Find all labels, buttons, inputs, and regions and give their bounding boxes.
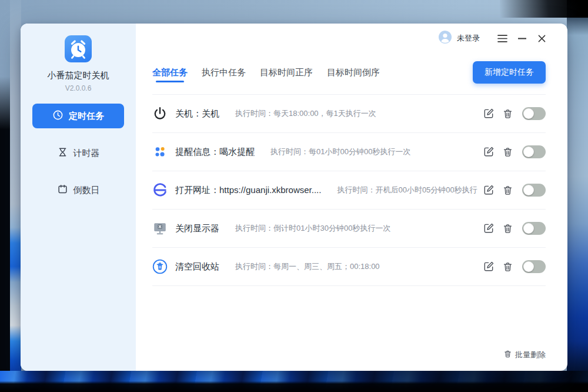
edit-icon[interactable] — [483, 222, 495, 234]
edit-icon[interactable] — [483, 146, 495, 158]
toggle-knob — [523, 147, 534, 157]
task-title: 关闭显示器 — [175, 223, 219, 234]
task-enabled-toggle[interactable] — [522, 107, 546, 120]
delete-icon[interactable] — [502, 185, 513, 196]
toggle-knob — [523, 108, 534, 119]
wallpaper-left-shadow — [0, 77, 10, 385]
task-row-empty-recycle-bin: 清空回收站 执行时间：每周一、周三、周五；00:18:00 — [152, 248, 546, 286]
sidebar-menu: 定时任务 计时器 倒数日 — [21, 104, 136, 202]
wallpaper-top-right-shadow — [500, 0, 588, 18]
tab-target-time-asc[interactable]: 目标时间正序 — [260, 61, 313, 84]
delete-icon[interactable] — [502, 261, 513, 273]
tab-all-tasks[interactable]: 全部任务 — [152, 61, 188, 84]
row-controls — [483, 260, 546, 273]
login-status[interactable]: 未登录 — [457, 33, 480, 44]
tab-target-time-desc[interactable]: 目标时间倒序 — [327, 61, 380, 84]
sidebar-item-label: 定时任务 — [69, 111, 104, 122]
sidebar-item-label: 计时器 — [74, 148, 100, 159]
sidebar-item-countdown-days[interactable]: 倒数日 — [32, 178, 124, 202]
row-controls — [483, 107, 546, 120]
toggle-knob — [523, 223, 534, 234]
task-title: 清空回收站 — [175, 261, 219, 273]
app-title: 小番茄定时关机 — [21, 69, 136, 81]
row-controls — [483, 145, 546, 158]
desktop: 小番茄定时关机 V2.0.0.6 定时任务 — [0, 0, 588, 392]
task-row-reminder: 提醒信息：喝水提醒 执行时间：每01小时00分钟00秒执行一次 — [152, 133, 546, 171]
tab-running-tasks[interactable]: 执行中任务 — [202, 61, 246, 84]
toolbar: 全部任务 执行中任务 目标时间正序 目标时间倒序 新增定时任务 — [152, 61, 546, 84]
task-row-shutdown: 关机：关机 执行时间：每天18:00:00，每1天执行一次 — [152, 95, 546, 133]
task-title: 打开网址：https://guanji.xkbrowser.... — [175, 185, 321, 196]
task-schedule: 执行时间：开机后00小时05分钟00秒执行 — [337, 185, 477, 195]
task-row-monitor-off: 关闭显示器 执行时间：倒计时01小时30分钟00秒执行一次 — [152, 210, 546, 248]
wallpaper-left-folds — [10, 0, 21, 392]
task-schedule: 执行时间：倒计时01小时30分钟00秒执行一次 — [235, 223, 390, 234]
app-window: 小番茄定时关机 V2.0.0.6 定时任务 — [21, 24, 567, 371]
sidebar-item-label: 倒数日 — [74, 185, 100, 196]
calendar-icon — [57, 184, 68, 197]
task-title: 关机：关机 — [175, 108, 219, 119]
recycle-bin-icon — [152, 259, 168, 274]
minimize-button[interactable] — [518, 38, 526, 39]
task-schedule: 执行时间：每天18:00:00，每1天执行一次 — [235, 108, 376, 119]
wallpaper-bottom-folds — [0, 371, 588, 392]
row-controls — [483, 184, 546, 197]
hamburger-menu-icon[interactable] — [497, 35, 507, 42]
delete-icon[interactable] — [502, 223, 513, 234]
browser-icon — [152, 182, 168, 198]
task-list: 关机：关机 执行时间：每天18:00:00，每1天执行一次 — [152, 94, 546, 286]
delete-icon[interactable] — [502, 147, 513, 158]
edit-icon[interactable] — [483, 108, 495, 119]
trash-icon — [503, 350, 512, 360]
task-filter-tabs: 全部任务 执行中任务 目标时间正序 目标时间倒序 — [152, 61, 380, 84]
toggle-knob — [523, 185, 534, 195]
monitor-off-icon — [152, 221, 168, 236]
task-title: 提醒信息：喝水提醒 — [175, 147, 255, 158]
task-enabled-toggle[interactable] — [522, 260, 546, 273]
sidebar: 小番茄定时关机 V2.0.0.6 定时任务 — [21, 24, 136, 371]
clock-icon — [52, 109, 64, 122]
task-schedule: 执行时间：每01小时00分钟00秒执行一次 — [270, 147, 410, 157]
reminder-icon — [152, 144, 168, 160]
hourglass-icon — [57, 147, 68, 160]
sidebar-item-timer[interactable]: 计时器 — [32, 141, 124, 165]
edit-icon[interactable] — [483, 184, 495, 196]
toggle-knob — [523, 261, 534, 272]
close-button[interactable] — [538, 35, 546, 42]
power-icon — [152, 106, 168, 121]
app-version: V2.0.0.6 — [21, 84, 136, 93]
avatar[interactable] — [438, 30, 452, 46]
task-enabled-toggle[interactable] — [522, 184, 546, 197]
batch-delete-button[interactable]: 批量删除 — [503, 350, 546, 360]
batch-delete-label: 批量删除 — [515, 350, 546, 360]
task-enabled-toggle[interactable] — [522, 222, 546, 235]
app-logo-alarm-clock-icon — [65, 35, 92, 62]
edit-icon[interactable] — [483, 261, 495, 273]
delete-icon[interactable] — [502, 108, 513, 119]
sidebar-item-timed-tasks[interactable]: 定时任务 — [32, 104, 124, 128]
task-schedule: 执行时间：每周一、周三、周五；00:18:00 — [235, 261, 380, 272]
row-controls — [483, 222, 546, 235]
wallpaper-right-folds — [567, 0, 588, 392]
task-enabled-toggle[interactable] — [522, 145, 546, 158]
add-task-button[interactable]: 新增定时任务 — [473, 61, 546, 84]
task-row-open-url: 打开网址：https://guanji.xkbrowser.... 执行时间：开… — [152, 171, 546, 210]
main-panel: 未登录 全部任务 执行中任务 — [136, 24, 567, 371]
titlebar: 未登录 — [152, 31, 546, 46]
